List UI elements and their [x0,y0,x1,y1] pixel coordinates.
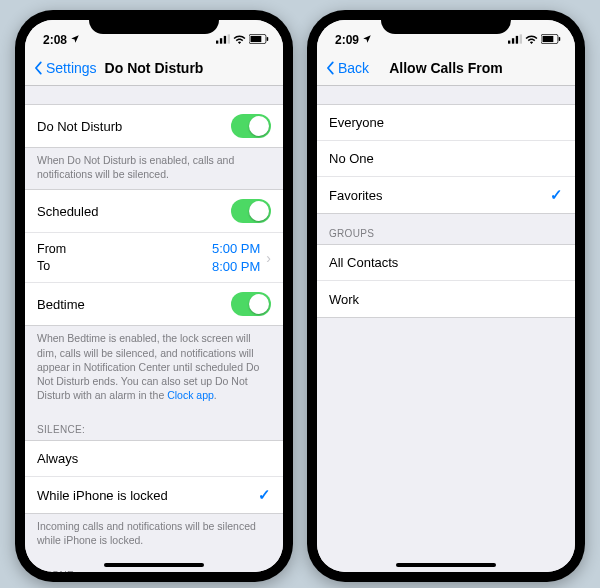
groups-header: GROUPS [317,214,575,244]
always-row[interactable]: Always [25,441,283,477]
dnd-row[interactable]: Do Not Disturb [25,104,283,148]
signal-icon [508,33,522,47]
svg-rect-13 [559,37,561,41]
back-button[interactable]: Back [323,60,369,76]
home-indicator[interactable] [396,563,496,567]
svg-rect-7 [508,41,510,44]
bedtime-footer: When Bedtime is enabled, the lock screen… [25,326,283,410]
everyone-label: Everyone [329,115,384,130]
scheduled-toggle[interactable] [231,199,271,223]
signal-icon [216,33,230,47]
svg-rect-9 [516,36,518,44]
bedtime-row[interactable]: Bedtime [25,283,283,325]
always-label: Always [37,451,78,466]
back-label: Back [338,60,369,76]
settings-content[interactable]: Do Not Disturb When Do Not Disturb is en… [25,86,283,572]
check-icon: ✓ [550,186,563,204]
all-contacts-row[interactable]: All Contacts [317,245,575,281]
to-label: To [37,259,66,273]
dnd-label: Do Not Disturb [37,119,122,134]
back-button[interactable]: Settings [31,60,97,76]
svg-rect-12 [543,36,554,42]
notch [89,10,219,34]
battery-icon [541,33,561,47]
battery-icon [249,33,269,47]
clock-app-link[interactable]: Clock app [167,389,214,401]
from-value: 5:00 PM [212,241,260,256]
svg-rect-6 [267,37,269,41]
nav-title: Do Not Disturb [105,60,204,76]
dnd-footer: When Do Not Disturb is enabled, calls an… [25,148,283,189]
to-value: 8:00 PM [212,259,260,274]
chevron-left-icon [31,61,45,75]
silence-header: SILENCE: [25,410,283,440]
wifi-icon [525,33,538,47]
work-row[interactable]: Work [317,281,575,317]
location-icon [70,33,80,47]
work-label: Work [329,292,359,307]
while-locked-row[interactable]: While iPhone is locked ✓ [25,477,283,513]
notch [381,10,511,34]
chevron-right-icon: › [266,250,271,266]
scheduled-row[interactable]: Scheduled [25,190,283,233]
screen-left: 2:08 [25,20,283,572]
dnd-toggle[interactable] [231,114,271,138]
svg-rect-3 [228,34,230,43]
favorites-label: Favorites [329,188,382,203]
wifi-icon [233,33,246,47]
nav-bar: Settings Do Not Disturb [25,50,283,86]
home-indicator[interactable] [104,563,204,567]
svg-rect-1 [220,38,222,43]
all-contacts-label: All Contacts [329,255,398,270]
bedtime-label: Bedtime [37,297,85,312]
favorites-row[interactable]: Favorites ✓ [317,177,575,213]
svg-rect-8 [512,38,514,43]
allow-calls-content[interactable]: Everyone No One Favorites ✓ GROUPS All C… [317,86,575,572]
noone-label: No One [329,151,374,166]
everyone-row[interactable]: Everyone [317,105,575,141]
svg-rect-10 [520,34,522,43]
status-time: 2:09 [335,33,359,47]
scheduled-label: Scheduled [37,204,98,219]
svg-rect-2 [224,36,226,44]
back-label: Settings [46,60,97,76]
nav-title: Allow Calls From [389,60,503,76]
noone-row[interactable]: No One [317,141,575,177]
check-icon: ✓ [258,486,271,504]
silence-footer: Incoming calls and notifications will be… [25,514,283,555]
schedule-time-row[interactable]: From To 5:00 PM 8:00 PM › [25,233,283,283]
location-icon [362,33,372,47]
screen-right: 2:09 [317,20,575,572]
bedtime-toggle[interactable] [231,292,271,316]
nav-bar: Back Allow Calls From [317,50,575,86]
from-label: From [37,242,66,256]
svg-rect-5 [251,36,262,42]
chevron-left-icon [323,61,337,75]
svg-rect-0 [216,41,218,44]
phone-left: 2:08 [15,10,293,582]
status-time: 2:08 [43,33,67,47]
while-locked-label: While iPhone is locked [37,488,168,503]
phone-right: 2:09 [307,10,585,582]
